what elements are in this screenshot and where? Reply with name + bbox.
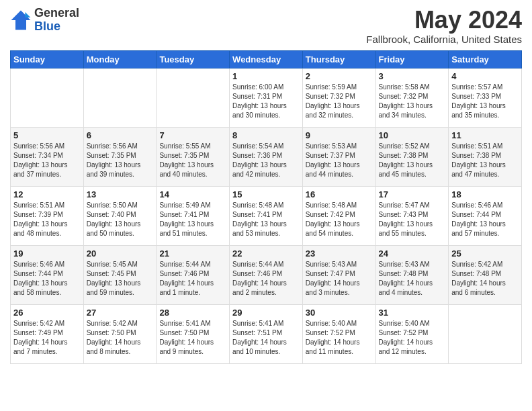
calendar-cell: 16Sunrise: 5:48 AM Sunset: 7:42 PM Dayli… <box>302 186 375 245</box>
day-info: Sunrise: 5:51 AM Sunset: 7:38 PM Dayligh… <box>451 142 519 179</box>
day-number: 18 <box>451 189 519 199</box>
day-info: Sunrise: 5:44 AM Sunset: 7:46 PM Dayligh… <box>159 260 226 298</box>
calendar-cell: 9Sunrise: 5:53 AM Sunset: 7:37 PM Daylig… <box>302 127 375 186</box>
day-number: 24 <box>379 248 446 259</box>
weekday-header: Saturday <box>449 50 522 68</box>
day-number: 5 <box>13 130 81 140</box>
day-number: 28 <box>159 308 226 318</box>
day-info: Sunrise: 6:00 AM Sunset: 7:31 PM Dayligh… <box>232 83 300 120</box>
svg-marker-0 <box>11 10 31 30</box>
day-number: 14 <box>159 189 226 199</box>
calendar-cell: 25Sunrise: 5:42 AM Sunset: 7:48 PM Dayli… <box>449 245 522 304</box>
calendar-table: SundayMondayTuesdayWednesdayThursdayFrid… <box>10 50 522 364</box>
day-info: Sunrise: 5:42 AM Sunset: 7:50 PM Dayligh… <box>87 319 154 357</box>
day-number: 30 <box>306 308 373 318</box>
logo: General Blue <box>10 7 79 34</box>
weekday-header: Monday <box>83 50 157 68</box>
calendar-cell: 2Sunrise: 5:59 AM Sunset: 7:32 PM Daylig… <box>302 68 375 127</box>
calendar-cell: 15Sunrise: 5:48 AM Sunset: 7:41 PM Dayli… <box>230 186 303 245</box>
day-info: Sunrise: 5:44 AM Sunset: 7:46 PM Dayligh… <box>232 260 300 298</box>
calendar-cell: 11Sunrise: 5:51 AM Sunset: 7:38 PM Dayli… <box>449 127 522 186</box>
weekday-header: Thursday <box>302 50 375 68</box>
day-info: Sunrise: 5:46 AM Sunset: 7:44 PM Dayligh… <box>13 260 81 298</box>
weekday-header: Wednesday <box>230 50 303 68</box>
calendar-cell: 17Sunrise: 5:47 AM Sunset: 7:43 PM Dayli… <box>375 186 449 245</box>
day-number: 4 <box>451 71 519 81</box>
day-number: 23 <box>306 248 373 259</box>
weekday-row: SundayMondayTuesdayWednesdayThursdayFrid… <box>11 50 522 68</box>
title-location: Fallbrook, California, United States <box>366 34 522 45</box>
day-info: Sunrise: 5:51 AM Sunset: 7:39 PM Dayligh… <box>13 201 81 238</box>
calendar-cell: 12Sunrise: 5:51 AM Sunset: 7:39 PM Dayli… <box>11 186 84 245</box>
calendar-cell: 19Sunrise: 5:46 AM Sunset: 7:44 PM Dayli… <box>11 245 84 304</box>
calendar-cell: 21Sunrise: 5:44 AM Sunset: 7:46 PM Dayli… <box>157 245 230 304</box>
calendar-cell: 31Sunrise: 5:40 AM Sunset: 7:52 PM Dayli… <box>375 304 449 363</box>
calendar-week-row: 19Sunrise: 5:46 AM Sunset: 7:44 PM Dayli… <box>11 245 522 304</box>
day-number: 3 <box>379 71 446 81</box>
calendar-cell: 4Sunrise: 5:57 AM Sunset: 7:33 PM Daylig… <box>449 68 522 127</box>
day-number: 15 <box>232 189 300 199</box>
calendar-week-row: 5Sunrise: 5:56 AM Sunset: 7:34 PM Daylig… <box>11 127 522 186</box>
day-number: 20 <box>87 248 154 259</box>
day-number: 13 <box>87 189 154 199</box>
calendar-cell <box>449 304 522 363</box>
day-number: 22 <box>232 248 300 259</box>
calendar-header: SundayMondayTuesdayWednesdayThursdayFrid… <box>11 50 522 68</box>
calendar-cell: 5Sunrise: 5:56 AM Sunset: 7:34 PM Daylig… <box>11 127 84 186</box>
day-number: 21 <box>159 248 226 259</box>
day-info: Sunrise: 5:41 AM Sunset: 7:51 PM Dayligh… <box>232 319 300 357</box>
calendar-cell: 6Sunrise: 5:56 AM Sunset: 7:35 PM Daylig… <box>83 127 157 186</box>
svg-marker-1 <box>25 12 30 17</box>
day-info: Sunrise: 5:56 AM Sunset: 7:35 PM Dayligh… <box>87 142 154 179</box>
calendar-cell: 8Sunrise: 5:54 AM Sunset: 7:36 PM Daylig… <box>230 127 303 186</box>
day-number: 19 <box>13 248 81 259</box>
day-info: Sunrise: 5:49 AM Sunset: 7:41 PM Dayligh… <box>159 201 226 238</box>
day-number: 7 <box>159 130 226 140</box>
day-number: 29 <box>232 308 300 318</box>
weekday-header: Tuesday <box>157 50 230 68</box>
calendar-body: 1Sunrise: 6:00 AM Sunset: 7:31 PM Daylig… <box>11 68 522 363</box>
calendar-cell: 30Sunrise: 5:40 AM Sunset: 7:52 PM Dayli… <box>302 304 375 363</box>
day-number: 2 <box>306 71 373 81</box>
calendar-week-row: 12Sunrise: 5:51 AM Sunset: 7:39 PM Dayli… <box>11 186 522 245</box>
day-number: 11 <box>451 130 519 140</box>
calendar-cell: 18Sunrise: 5:46 AM Sunset: 7:44 PM Dayli… <box>449 186 522 245</box>
day-info: Sunrise: 5:43 AM Sunset: 7:47 PM Dayligh… <box>306 260 373 298</box>
day-info: Sunrise: 5:48 AM Sunset: 7:41 PM Dayligh… <box>232 201 300 238</box>
weekday-header: Friday <box>375 50 449 68</box>
calendar-week-row: 26Sunrise: 5:42 AM Sunset: 7:49 PM Dayli… <box>11 304 522 363</box>
day-info: Sunrise: 5:40 AM Sunset: 7:52 PM Dayligh… <box>379 319 446 357</box>
calendar-cell: 7Sunrise: 5:55 AM Sunset: 7:35 PM Daylig… <box>157 127 230 186</box>
calendar-week-row: 1Sunrise: 6:00 AM Sunset: 7:31 PM Daylig… <box>11 68 522 127</box>
day-info: Sunrise: 5:46 AM Sunset: 7:44 PM Dayligh… <box>451 201 519 238</box>
day-number: 27 <box>87 308 154 318</box>
title-month: May 2024 <box>366 7 522 34</box>
day-number: 25 <box>451 248 519 259</box>
title-block: May 2024 Fallbrook, California, United S… <box>366 7 522 45</box>
calendar-cell: 29Sunrise: 5:41 AM Sunset: 7:51 PM Dayli… <box>230 304 303 363</box>
day-info: Sunrise: 5:50 AM Sunset: 7:40 PM Dayligh… <box>87 201 154 238</box>
page-header: General Blue May 2024 Fallbrook, Califor… <box>10 7 522 45</box>
day-info: Sunrise: 5:55 AM Sunset: 7:35 PM Dayligh… <box>159 142 226 179</box>
logo-text: General Blue <box>34 7 79 34</box>
calendar-cell: 14Sunrise: 5:49 AM Sunset: 7:41 PM Dayli… <box>157 186 230 245</box>
calendar-cell: 3Sunrise: 5:58 AM Sunset: 7:32 PM Daylig… <box>375 68 449 127</box>
calendar-cell <box>83 68 157 127</box>
day-number: 17 <box>379 189 446 199</box>
day-info: Sunrise: 5:45 AM Sunset: 7:45 PM Dayligh… <box>87 260 154 298</box>
weekday-header: Sunday <box>11 50 84 68</box>
day-number: 26 <box>13 308 81 318</box>
day-info: Sunrise: 5:58 AM Sunset: 7:32 PM Dayligh… <box>379 83 446 120</box>
logo-general: General <box>34 7 79 20</box>
calendar-cell: 28Sunrise: 5:41 AM Sunset: 7:50 PM Dayli… <box>157 304 230 363</box>
day-number: 16 <box>306 189 373 199</box>
day-number: 10 <box>379 130 446 140</box>
day-info: Sunrise: 5:57 AM Sunset: 7:33 PM Dayligh… <box>451 83 519 120</box>
calendar-cell: 23Sunrise: 5:43 AM Sunset: 7:47 PM Dayli… <box>302 245 375 304</box>
day-info: Sunrise: 5:53 AM Sunset: 7:37 PM Dayligh… <box>306 142 373 179</box>
day-info: Sunrise: 5:52 AM Sunset: 7:38 PM Dayligh… <box>379 142 446 179</box>
day-number: 31 <box>379 308 446 318</box>
day-number: 12 <box>13 189 81 199</box>
day-info: Sunrise: 5:42 AM Sunset: 7:49 PM Dayligh… <box>13 319 81 357</box>
day-number: 9 <box>306 130 373 140</box>
